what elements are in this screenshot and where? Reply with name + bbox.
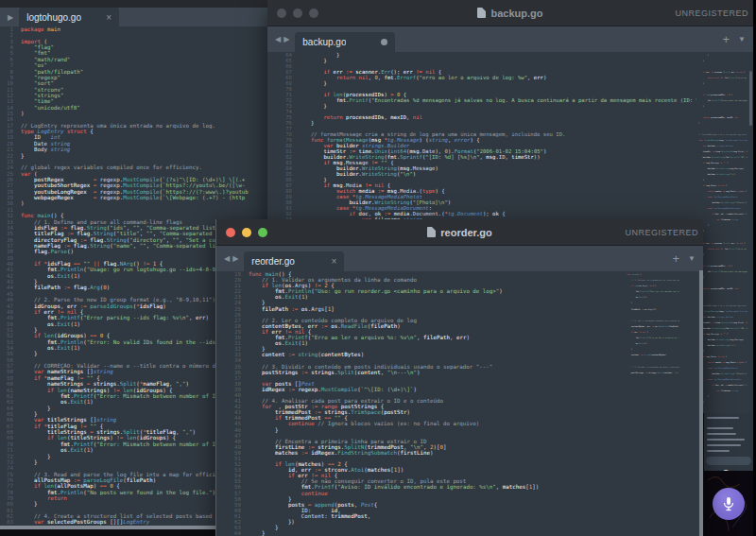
line-numbers: 1920212223242526272829303132333435363738…	[216, 271, 241, 536]
text-line	[707, 433, 736, 435]
unregistered-label: UNREGISTERED	[625, 219, 698, 245]
tab-backup[interactable]: backup.go	[295, 32, 395, 52]
tab-overflow-icon[interactable]: ▼	[688, 254, 696, 263]
tabbar-logtohugo: ▶ logtohugo.go ×	[0, 8, 268, 26]
back-history-icon[interactable]: ◀	[224, 254, 230, 263]
text-line	[707, 417, 739, 419]
zoom-window-icon[interactable]	[309, 9, 318, 18]
tab-overflow-icon[interactable]: ▼	[738, 35, 746, 43]
titlebar-sliver[interactable]	[0, 0, 268, 8]
scrollbar[interactable]	[699, 270, 703, 536]
document-icon	[427, 227, 436, 237]
window-title: backup.go	[490, 8, 542, 19]
titlebar-backup[interactable]: backup.go UNREGISTERED	[267, 0, 753, 26]
line-numbers: 1234567891011121314151617181920212223242…	[0, 26, 13, 526]
code-content[interactable]: func main() { // 1. Validar os argumento…	[249, 271, 627, 536]
tab-label: logtohugo.go	[26, 12, 81, 23]
zoom-window-icon[interactable]	[258, 228, 267, 237]
forward-history-icon[interactable]: ▶	[232, 254, 238, 263]
close-icon[interactable]: ×	[106, 12, 112, 23]
tab-label: reorder.go	[251, 256, 295, 267]
minimap[interactable]: func main() { // 1. Validar os argumento…	[627, 273, 679, 379]
code-content[interactable]: } } if err := scanner.Err(); err != nil …	[311, 52, 696, 222]
background-assistant-app: Go	[704, 413, 753, 536]
new-tab-icon[interactable]: +	[722, 32, 730, 46]
line-numbers: 6465666768697071727374757677787980818283…	[267, 52, 292, 222]
tabbar-backup: ◀ ▶ backup.go + ▼	[267, 26, 753, 52]
unregistered-label: UNREGISTERED	[675, 0, 748, 26]
document-icon	[477, 8, 486, 18]
voice-panel	[704, 471, 753, 536]
search-input[interactable]	[706, 457, 751, 465]
tab-label: backup.go	[302, 37, 346, 47]
code-content[interactable]: package main import ( "flag" "fmt" "math…	[21, 26, 249, 526]
back-history-icon[interactable]: ◀	[275, 35, 281, 43]
forward-history-icon[interactable]: ▶	[8, 13, 13, 22]
window-reorder: reorder.go UNREGISTERED ◀ ▶ reorder.go ×…	[215, 219, 703, 536]
titlebar-reorder[interactable]: reorder.go UNREGISTERED	[216, 219, 703, 246]
text-line	[707, 450, 730, 452]
minimize-window-icon[interactable]	[242, 228, 251, 237]
close-window-icon[interactable]	[277, 9, 286, 18]
tab-reorder[interactable]: reorder.go ×	[244, 251, 344, 271]
scrollbar[interactable]	[749, 71, 752, 126]
minimize-window-icon[interactable]	[293, 9, 302, 18]
window-title: reorder.go	[440, 227, 491, 238]
tab-logtohugo[interactable]: logtohugo.go ×	[19, 8, 119, 26]
text-line	[707, 439, 745, 441]
microphone-button[interactable]	[713, 488, 745, 520]
new-tab-icon[interactable]: +	[672, 251, 679, 266]
close-window-icon[interactable]	[226, 228, 235, 237]
microphone-icon	[722, 496, 735, 511]
close-icon[interactable]: ×	[331, 256, 336, 267]
text-line	[707, 427, 733, 429]
tabbar-reorder: ◀ ▶ reorder.go × + ▼	[216, 246, 703, 271]
modified-dot-icon	[381, 39, 387, 45]
editor-reorder[interactable]: 1920212223242526272829303132333435363738…	[216, 271, 703, 536]
text-line	[707, 444, 741, 446]
forward-history-icon[interactable]: ▶	[284, 35, 289, 43]
minimap[interactable]: } } if err := scanner.Err(); err != nil …	[698, 54, 747, 406]
